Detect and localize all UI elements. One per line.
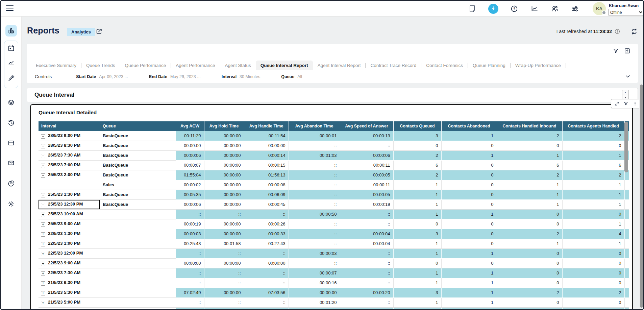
metric-cell[interactable]: 1 [393, 278, 441, 288]
sidebar-item-annotate[interactable] [5, 72, 17, 84]
metric-cell[interactable]: 00:00:04 [340, 239, 393, 248]
info-icon[interactable] [614, 28, 620, 34]
tab-agent-interval-report[interactable]: Agent Interval Report [313, 61, 366, 70]
metric-cell[interactable]: 00:00:20 [340, 288, 393, 297]
metric-cell[interactable]: 00:01:20 [289, 297, 340, 307]
interval-cell[interactable]: −28/5/23 8:30 PM [39, 141, 100, 150]
agents-icon[interactable] [550, 4, 559, 13]
metric-cell[interactable]: 00:00:19 [176, 219, 204, 229]
sidebar-item-gear[interactable] [5, 198, 17, 210]
metric-cell[interactable]: 00:00:00 [176, 141, 204, 150]
sidebar-item-calendar[interactable] [5, 43, 17, 54]
queue-cell[interactable]: BasicQueue [100, 141, 176, 150]
metric-cell[interactable]: :: [289, 307, 340, 310]
collapse-icon[interactable]: − [41, 154, 45, 158]
metric-cell[interactable]: 00:05:35 [176, 190, 204, 199]
tab-queue-planning[interactable]: Queue Planning [468, 61, 510, 70]
expand-icon[interactable]: + [41, 262, 45, 266]
expand-icon[interactable]: + [41, 252, 45, 256]
metric-cell[interactable]: 00:00:00 [204, 307, 244, 310]
sidebar-item-browser-window[interactable] [5, 137, 17, 149]
expand-icon[interactable]: + [41, 281, 45, 286]
metric-cell[interactable]: 00:00:03 [176, 229, 204, 239]
metric-cell[interactable]: 00:00:16 [289, 278, 340, 288]
metric-cell[interactable]: 00:00:00 [176, 258, 204, 268]
metric-cell[interactable]: :: [340, 268, 393, 278]
metric-cell[interactable]: :: [176, 297, 204, 307]
queue-cell[interactable] [100, 297, 176, 307]
metric-cell[interactable]: 00:00:06 [176, 199, 204, 209]
page-scrollbar[interactable] [639, 84, 644, 310]
metric-cell[interactable]: :: [244, 297, 289, 307]
metric-cell[interactable]: 00:00:00 [204, 229, 244, 239]
metric-cell[interactable]: 1 [393, 190, 441, 199]
metric-cell[interactable]: 00:00:00 [204, 180, 244, 190]
bolt-icon[interactable] [488, 4, 498, 14]
metric-cell[interactable]: 1 [497, 239, 562, 248]
metric-cell[interactable]: 1 [441, 297, 497, 307]
hamburger-menu-icon[interactable] [6, 5, 14, 11]
expand-icon[interactable]: + [41, 301, 45, 305]
metric-cell[interactable]: :: [176, 209, 204, 219]
metric-cell[interactable]: 1 [441, 150, 497, 160]
metric-cell[interactable]: 1 [497, 150, 562, 160]
tab-queue-trends[interactable]: Queue Trends [81, 61, 120, 70]
tab-contract-trace-record[interactable]: Contract Trace Record [366, 61, 421, 70]
metric-cell[interactable]: 07:03:56 [244, 288, 289, 297]
queue-cell[interactable] [100, 288, 176, 297]
column-header-avg-speed-of-answer[interactable]: Avg Speed of Answer [340, 121, 393, 131]
metric-cell[interactable]: :: [244, 278, 289, 288]
metric-cell[interactable]: 00:00:13 [340, 131, 393, 141]
metric-cell[interactable]: :: [204, 278, 244, 288]
tab-agent-performance[interactable]: Agent Performance [171, 61, 220, 70]
metric-cell[interactable]: 0 [393, 141, 441, 150]
metric-cell[interactable]: :: [289, 239, 340, 248]
metric-cell[interactable]: 00:00:00 [204, 288, 244, 297]
metric-cell[interactable]: 4 [562, 229, 624, 239]
metric-cell[interactable]: 00:00:06 [176, 150, 204, 160]
filter-icon[interactable] [613, 48, 619, 54]
metric-cell[interactable]: 00:00:00 [244, 141, 289, 150]
sidebar-item-pie-chart[interactable] [5, 178, 17, 189]
interval-cell[interactable]: +21/5/23 5:30 PM [39, 288, 100, 297]
metric-cell[interactable]: :: [289, 160, 340, 170]
expand-visual-icon[interactable] [614, 101, 619, 106]
metric-cell[interactable]: 0 [562, 268, 624, 278]
interval-cell[interactable]: +22/5/23 1:30 PM [39, 229, 100, 239]
metric-cell[interactable]: 0 [562, 141, 624, 150]
metric-cell[interactable]: 0 [441, 199, 497, 209]
metric-cell[interactable]: :: [289, 219, 340, 229]
metric-cell[interactable]: 2 [497, 131, 562, 141]
metric-cell[interactable]: 1 [393, 307, 441, 310]
interval-cell[interactable]: +21/5/23 5:00 PM [39, 297, 100, 307]
metric-cell[interactable]: 00:01:25 [244, 307, 289, 310]
metric-cell[interactable]: 0 [497, 219, 562, 229]
expand-icon[interactable]: + [41, 242, 45, 246]
help-icon[interactable]: ? [510, 4, 519, 13]
metric-cell[interactable]: 00:00:00 [204, 150, 244, 160]
metric-cell[interactable]: 07:02:49 [176, 288, 204, 297]
metric-cell[interactable]: 00:00:08 [244, 180, 289, 190]
collapse-icon[interactable]: − [41, 173, 45, 178]
metric-cell[interactable]: 3 [393, 229, 441, 239]
metric-cell[interactable]: 2 [497, 229, 562, 239]
metric-cell[interactable]: 00:01:03 [289, 150, 340, 160]
metric-cell[interactable]: 0 [497, 248, 562, 258]
metric-cell[interactable]: 0 [562, 248, 624, 258]
metric-cell[interactable]: 1 [497, 307, 562, 310]
metric-cell[interactable]: 00:00:07 [289, 268, 340, 278]
metric-cell[interactable]: 1 [393, 248, 441, 258]
metric-cell[interactable]: 00:00:00 [204, 160, 244, 170]
metric-cell[interactable]: 0 [497, 268, 562, 278]
metric-cell[interactable]: :: [244, 268, 289, 278]
metric-cell[interactable]: 0 [393, 258, 441, 268]
metric-cell[interactable]: :: [340, 219, 393, 229]
metric-cell[interactable]: 0 [441, 307, 497, 310]
metric-cell[interactable]: 00:06:09 [244, 190, 289, 199]
tab-queue-performance[interactable]: Queue Performance [120, 61, 171, 70]
queue-cell[interactable] [100, 248, 176, 258]
queue-cell[interactable] [100, 258, 176, 268]
metric-cell[interactable]: 00:00:00 [204, 258, 244, 268]
metric-cell[interactable]: :: [289, 190, 340, 199]
queue-cell[interactable] [100, 307, 176, 310]
